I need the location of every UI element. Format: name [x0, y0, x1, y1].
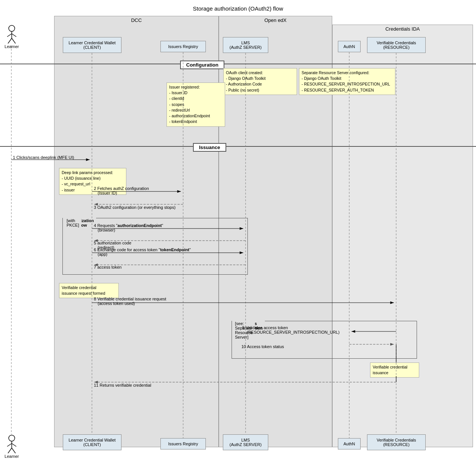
- section-divider-issuance: [0, 146, 476, 147]
- note-vc-issuance-done: Verifiable credentialissuance: [370, 362, 419, 378]
- diagram-title: Storage authorization (OAuth2) flow: [0, 2, 476, 13]
- section-label-config: Configuration: [180, 61, 224, 69]
- lifeline-vc-resource: Verifiable Credentials (RESOURCE): [367, 37, 426, 53]
- msg-4-label: 4 Requests "authorizationEndpoint"(brows…: [94, 223, 163, 232]
- note-oauth-client: OAuth client created:- Django OAuth Tool…: [223, 68, 297, 95]
- lifeline-wallet: Learner Credential Wallet (CLIENT): [63, 37, 121, 53]
- msg-11-label: 11 Returns verifiable credential: [94, 383, 151, 387]
- svg-line-2: [7, 34, 12, 37]
- section-label-issuance: Issuance: [193, 143, 226, 152]
- lifeline-issuers-bottom: Issuers Registry: [160, 438, 206, 449]
- note-issuer-registered: Issuer registered:- Issuer ID- clientId-…: [166, 82, 225, 127]
- note-resource-server: Separate Resource Server configured:- Dj…: [299, 68, 395, 95]
- frame-authcode-tag: [with PKCE]: [64, 218, 81, 228]
- msg-7-label: 7 access token: [94, 265, 121, 269]
- msg-3-label: 3 OAuth2 configuration (or everything st…: [94, 205, 176, 210]
- msg-6-label: 6 Exchange code for access token "tokenE…: [94, 247, 191, 257]
- actor-learner-bottom: Learner: [3, 434, 20, 459]
- svg-line-8: [7, 443, 12, 446]
- swimlane-credentials-ida-label: Credentials IDA: [332, 25, 473, 32]
- msg-9-label: 9 Validates access token(RESOURCE_SERVER…: [242, 325, 340, 334]
- section-divider-config: [0, 64, 476, 64]
- lifeline-vc-resource-bottom: Verifiable Credentials (RESOURCE): [367, 434, 426, 450]
- svg-point-6: [9, 435, 15, 441]
- swimlane-dcc-label: DCC: [54, 16, 219, 23]
- actor-learner-bottom-label: Learner: [3, 454, 20, 459]
- svg-line-11: [12, 448, 16, 453]
- svg-line-4: [8, 38, 12, 44]
- svg-line-10: [8, 448, 12, 453]
- swimlane-openedx-label: Open edX: [219, 16, 332, 23]
- msg-8-label: 8 Verifiable credential issuance request…: [94, 297, 166, 306]
- lifeline-lms-bottom: LMS (AuthZ SERVER): [223, 434, 268, 450]
- msg-1-label: 1 Clicks/scans deeplink (MFE UI): [13, 155, 74, 160]
- msg-2-label: 2 Fetches authZ configuration(Issuer ID): [94, 186, 149, 195]
- lifeline-authn: AuthN: [338, 41, 361, 52]
- lifeline-wallet-bottom: Learner Credential Wallet (CLIENT): [63, 434, 121, 450]
- svg-line-9: [12, 443, 16, 446]
- svg-line-3: [12, 34, 16, 37]
- actor-learner-top-label: Learner: [3, 44, 20, 49]
- msg-10-label: 10 Access token status: [241, 344, 284, 349]
- svg-line-5: [12, 38, 16, 44]
- lifeline-issuers: Issuers Registry: [160, 41, 206, 52]
- lifeline-authn-bottom: AuthN: [338, 438, 361, 449]
- svg-point-0: [9, 25, 15, 31]
- actor-learner-top: Learner: [3, 25, 20, 49]
- lifeline-lms: LMS (AuthZ SERVER): [223, 37, 268, 53]
- note-vc-issuance-request: Verifiable credentialissuance request fo…: [59, 283, 119, 298]
